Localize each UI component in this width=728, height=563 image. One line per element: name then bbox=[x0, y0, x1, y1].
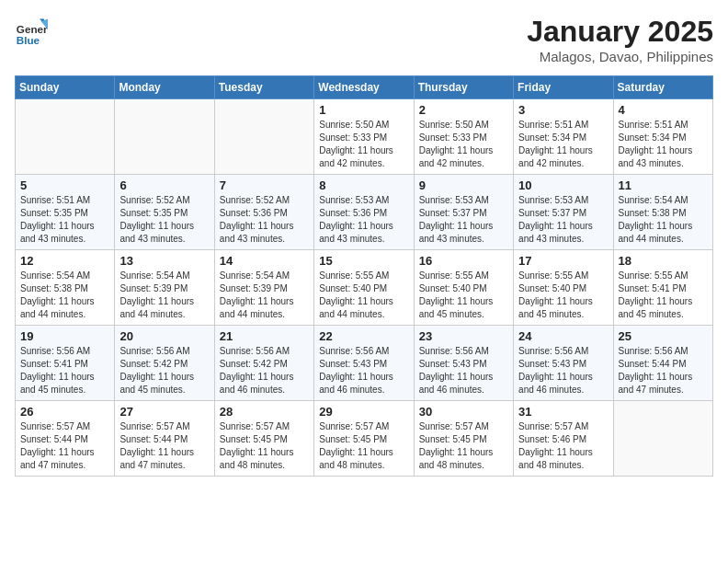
calendar-day-cell: 13Sunrise: 5:54 AM Sunset: 5:39 PM Dayli… bbox=[115, 250, 214, 326]
day-info: Sunrise: 5:53 AM Sunset: 5:36 PM Dayligh… bbox=[319, 194, 408, 246]
day-info: Sunrise: 5:55 AM Sunset: 5:40 PM Dayligh… bbox=[518, 270, 608, 321]
calendar-day-cell: 15Sunrise: 5:55 AM Sunset: 5:40 PM Dayli… bbox=[314, 250, 414, 326]
day-number: 9 bbox=[419, 178, 508, 192]
calendar-day-cell: 10Sunrise: 5:53 AM Sunset: 5:37 PM Dayli… bbox=[514, 175, 613, 250]
day-number: 26 bbox=[20, 405, 109, 419]
calendar-day-cell: 31Sunrise: 5:57 AM Sunset: 5:46 PM Dayli… bbox=[514, 401, 613, 477]
weekday-header-cell: Friday bbox=[514, 76, 613, 99]
weekday-header-cell: Wednesday bbox=[314, 76, 414, 99]
calendar-week-row: 12Sunrise: 5:54 AM Sunset: 5:38 PM Dayli… bbox=[16, 250, 713, 326]
calendar-day-cell: 17Sunrise: 5:55 AM Sunset: 5:40 PM Dayli… bbox=[514, 250, 613, 326]
calendar-day-cell bbox=[16, 99, 115, 175]
calendar-day-cell: 3Sunrise: 5:51 AM Sunset: 5:34 PM Daylig… bbox=[514, 99, 613, 175]
day-info: Sunrise: 5:52 AM Sunset: 5:36 PM Dayligh… bbox=[220, 194, 309, 246]
day-number: 14 bbox=[220, 254, 309, 268]
calendar-day-cell: 1Sunrise: 5:50 AM Sunset: 5:33 PM Daylig… bbox=[314, 99, 414, 175]
day-number: 21 bbox=[220, 329, 309, 343]
calendar-day-cell: 28Sunrise: 5:57 AM Sunset: 5:45 PM Dayli… bbox=[214, 401, 313, 477]
calendar-day-cell: 11Sunrise: 5:54 AM Sunset: 5:38 PM Dayli… bbox=[613, 175, 712, 250]
weekday-header-cell: Monday bbox=[115, 76, 214, 99]
location-title: Malagos, Davao, Philippines bbox=[527, 49, 713, 64]
day-info: Sunrise: 5:57 AM Sunset: 5:45 PM Dayligh… bbox=[419, 420, 508, 472]
calendar-week-row: 19Sunrise: 5:56 AM Sunset: 5:41 PM Dayli… bbox=[16, 326, 713, 401]
calendar-week-row: 5Sunrise: 5:51 AM Sunset: 5:35 PM Daylig… bbox=[16, 175, 713, 250]
logo-icon: General Blue bbox=[15, 15, 48, 48]
weekday-header-cell: Tuesday bbox=[214, 76, 313, 99]
day-number: 19 bbox=[20, 329, 109, 343]
day-info: Sunrise: 5:52 AM Sunset: 5:35 PM Dayligh… bbox=[119, 194, 209, 246]
day-number: 31 bbox=[518, 405, 608, 419]
calendar-day-cell: 21Sunrise: 5:56 AM Sunset: 5:42 PM Dayli… bbox=[214, 326, 313, 401]
day-number: 30 bbox=[419, 405, 508, 419]
day-number: 22 bbox=[319, 329, 408, 343]
calendar-day-cell: 4Sunrise: 5:51 AM Sunset: 5:34 PM Daylig… bbox=[613, 99, 712, 175]
day-number: 16 bbox=[419, 254, 508, 268]
day-number: 23 bbox=[419, 329, 508, 343]
day-number: 29 bbox=[319, 405, 408, 419]
day-info: Sunrise: 5:56 AM Sunset: 5:43 PM Dayligh… bbox=[518, 345, 608, 396]
day-number: 28 bbox=[220, 405, 309, 419]
day-info: Sunrise: 5:56 AM Sunset: 5:43 PM Dayligh… bbox=[419, 345, 508, 396]
day-info: Sunrise: 5:51 AM Sunset: 5:34 PM Dayligh… bbox=[518, 119, 608, 170]
calendar-day-cell bbox=[214, 99, 313, 175]
calendar-day-cell: 22Sunrise: 5:56 AM Sunset: 5:43 PM Dayli… bbox=[314, 326, 414, 401]
day-number: 24 bbox=[518, 329, 608, 343]
calendar-day-cell: 27Sunrise: 5:57 AM Sunset: 5:44 PM Dayli… bbox=[115, 401, 214, 477]
day-info: Sunrise: 5:54 AM Sunset: 5:38 PM Dayligh… bbox=[20, 270, 109, 321]
day-info: Sunrise: 5:55 AM Sunset: 5:40 PM Dayligh… bbox=[319, 270, 408, 321]
calendar-week-row: 1Sunrise: 5:50 AM Sunset: 5:33 PM Daylig… bbox=[16, 99, 713, 175]
day-info: Sunrise: 5:56 AM Sunset: 5:43 PM Dayligh… bbox=[319, 345, 408, 396]
day-info: Sunrise: 5:57 AM Sunset: 5:44 PM Dayligh… bbox=[119, 420, 209, 472]
calendar-day-cell: 16Sunrise: 5:55 AM Sunset: 5:40 PM Dayli… bbox=[414, 250, 513, 326]
calendar-day-cell: 18Sunrise: 5:55 AM Sunset: 5:41 PM Dayli… bbox=[613, 250, 712, 326]
calendar-day-cell: 20Sunrise: 5:56 AM Sunset: 5:42 PM Dayli… bbox=[115, 326, 214, 401]
calendar-day-cell: 6Sunrise: 5:52 AM Sunset: 5:35 PM Daylig… bbox=[115, 175, 214, 250]
day-number: 10 bbox=[518, 178, 608, 192]
calendar-day-cell: 7Sunrise: 5:52 AM Sunset: 5:36 PM Daylig… bbox=[214, 175, 313, 250]
day-info: Sunrise: 5:54 AM Sunset: 5:38 PM Dayligh… bbox=[619, 194, 708, 246]
day-number: 3 bbox=[518, 103, 608, 117]
day-number: 8 bbox=[319, 178, 408, 192]
day-info: Sunrise: 5:50 AM Sunset: 5:33 PM Dayligh… bbox=[419, 119, 508, 170]
day-number: 5 bbox=[20, 178, 109, 192]
calendar-day-cell: 19Sunrise: 5:56 AM Sunset: 5:41 PM Dayli… bbox=[16, 326, 115, 401]
day-info: Sunrise: 5:57 AM Sunset: 5:46 PM Dayligh… bbox=[518, 420, 608, 472]
month-title: January 2025 bbox=[527, 15, 713, 49]
calendar-body: 1Sunrise: 5:50 AM Sunset: 5:33 PM Daylig… bbox=[16, 99, 713, 477]
day-info: Sunrise: 5:51 AM Sunset: 5:34 PM Dayligh… bbox=[619, 119, 708, 170]
calendar-day-cell bbox=[115, 99, 214, 175]
day-number: 17 bbox=[518, 254, 608, 268]
weekday-header-cell: Saturday bbox=[613, 76, 712, 99]
day-number: 7 bbox=[220, 178, 309, 192]
day-info: Sunrise: 5:56 AM Sunset: 5:42 PM Dayligh… bbox=[220, 345, 309, 396]
calendar-day-cell: 26Sunrise: 5:57 AM Sunset: 5:44 PM Dayli… bbox=[16, 401, 115, 477]
page-header: General Blue January 2025 Malagos, Davao… bbox=[15, 15, 713, 64]
day-number: 6 bbox=[119, 178, 209, 192]
day-number: 13 bbox=[119, 254, 209, 268]
calendar-table: SundayMondayTuesdayWednesdayThursdayFrid… bbox=[15, 75, 713, 477]
day-info: Sunrise: 5:54 AM Sunset: 5:39 PM Dayligh… bbox=[220, 270, 309, 321]
day-number: 18 bbox=[619, 254, 708, 268]
day-info: Sunrise: 5:56 AM Sunset: 5:42 PM Dayligh… bbox=[119, 345, 209, 396]
logo: General Blue bbox=[15, 15, 51, 48]
day-number: 12 bbox=[20, 254, 109, 268]
day-number: 4 bbox=[619, 103, 708, 117]
day-info: Sunrise: 5:57 AM Sunset: 5:45 PM Dayligh… bbox=[319, 420, 408, 472]
day-info: Sunrise: 5:55 AM Sunset: 5:40 PM Dayligh… bbox=[419, 270, 508, 321]
calendar-day-cell: 23Sunrise: 5:56 AM Sunset: 5:43 PM Dayli… bbox=[414, 326, 513, 401]
calendar-day-cell: 30Sunrise: 5:57 AM Sunset: 5:45 PM Dayli… bbox=[414, 401, 513, 477]
day-info: Sunrise: 5:57 AM Sunset: 5:44 PM Dayligh… bbox=[20, 420, 109, 472]
day-number: 1 bbox=[319, 103, 408, 117]
title-block: January 2025 Malagos, Davao, Philippines bbox=[527, 15, 713, 64]
calendar-day-cell: 24Sunrise: 5:56 AM Sunset: 5:43 PM Dayli… bbox=[514, 326, 613, 401]
day-number: 2 bbox=[419, 103, 508, 117]
calendar-day-cell: 8Sunrise: 5:53 AM Sunset: 5:36 PM Daylig… bbox=[314, 175, 414, 250]
calendar-day-cell: 12Sunrise: 5:54 AM Sunset: 5:38 PM Dayli… bbox=[16, 250, 115, 326]
day-number: 15 bbox=[319, 254, 408, 268]
svg-text:Blue: Blue bbox=[17, 34, 40, 46]
day-number: 27 bbox=[119, 405, 209, 419]
calendar-day-cell: 2Sunrise: 5:50 AM Sunset: 5:33 PM Daylig… bbox=[414, 99, 513, 175]
calendar-week-row: 26Sunrise: 5:57 AM Sunset: 5:44 PM Dayli… bbox=[16, 401, 713, 477]
day-info: Sunrise: 5:50 AM Sunset: 5:33 PM Dayligh… bbox=[319, 119, 408, 170]
day-info: Sunrise: 5:57 AM Sunset: 5:45 PM Dayligh… bbox=[220, 420, 309, 472]
